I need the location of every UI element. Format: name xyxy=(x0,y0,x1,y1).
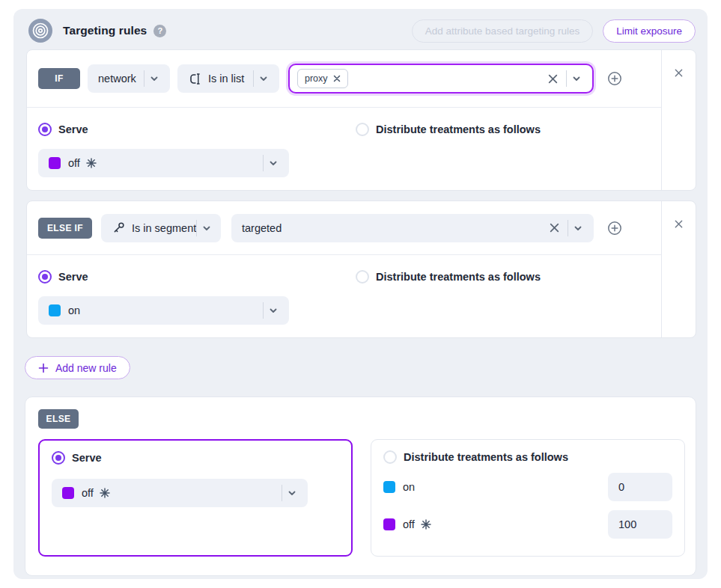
treatment-swatch xyxy=(383,518,395,530)
treatment-select[interactable]: off xyxy=(38,149,289,177)
page-title: Targeting rules xyxy=(63,24,147,37)
default-treatment-icon xyxy=(100,488,110,498)
string-matcher-icon xyxy=(188,72,202,86)
percentage-input[interactable]: 100 xyxy=(608,510,672,539)
serve-section: Serve Distribute treatments as follows o… xyxy=(27,255,661,337)
else-distribute-card[interactable]: Distribute treatments as follows on 0 of… xyxy=(371,439,685,557)
distribute-option[interactable]: Distribute treatments as follows xyxy=(356,123,541,136)
distribute-option[interactable]: Distribute treatments as follows xyxy=(356,270,541,284)
targeting-rules-panel: Targeting rules ? Add attribute based ta… xyxy=(13,9,708,579)
serve-option[interactable]: Serve xyxy=(52,451,339,465)
default-treatment-icon xyxy=(421,519,431,530)
remove-chip-icon[interactable] xyxy=(333,75,341,82)
rule-card-if: IF network Is in list proxy xyxy=(26,49,696,191)
condition-row: IF network Is in list proxy xyxy=(27,50,661,108)
if-badge: IF xyxy=(38,68,80,89)
distribute-row: off 100 xyxy=(383,510,672,539)
add-condition-icon[interactable] xyxy=(606,70,623,87)
attribute-select[interactable]: network xyxy=(88,64,170,93)
add-condition-icon[interactable] xyxy=(606,220,623,236)
rule-card-else-if: ELSE IF Is in segment targeted xyxy=(26,200,696,338)
default-treatment-icon xyxy=(86,158,97,168)
chevron-down-icon xyxy=(264,157,283,169)
matcher-select[interactable]: Is in list xyxy=(177,64,279,93)
chevron-down-icon xyxy=(197,222,216,234)
chevron-down-icon xyxy=(264,304,283,316)
treatment-swatch xyxy=(49,304,61,316)
distribute-option[interactable]: Distribute treatments as follows xyxy=(383,450,672,464)
plus-icon xyxy=(38,363,49,373)
chevron-down-icon xyxy=(282,487,302,499)
header: Targeting rules ? Add attribute based ta… xyxy=(28,19,696,43)
chevron-down-icon[interactable] xyxy=(568,222,588,234)
add-attribute-rules-button: Add attribute based targeting rules xyxy=(412,19,593,43)
condition-row: ELSE IF Is in segment targeted xyxy=(27,201,661,255)
serve-option[interactable]: Serve xyxy=(38,270,88,284)
else-serve-card[interactable]: Serve off xyxy=(38,439,353,557)
serve-radio[interactable] xyxy=(38,270,52,284)
delete-rule-icon[interactable] xyxy=(674,219,684,229)
treatment-select[interactable]: on xyxy=(38,296,289,325)
targeting-rules-icon xyxy=(28,19,52,43)
chevron-down-icon xyxy=(254,73,273,85)
distribute-radio[interactable] xyxy=(356,123,369,136)
chevron-down-icon xyxy=(144,73,164,85)
serve-radio[interactable] xyxy=(52,451,65,465)
else-if-badge: ELSE IF xyxy=(38,218,92,239)
distribute-radio[interactable] xyxy=(383,450,397,464)
limit-exposure-button[interactable]: Limit exposure xyxy=(603,19,696,43)
serve-option[interactable]: Serve xyxy=(38,123,88,136)
distribute-row: on 0 xyxy=(383,473,672,501)
treatment-swatch xyxy=(383,481,395,493)
default-rule-card: ELSE Serve off Distribute treatme xyxy=(25,396,696,576)
treatment-select[interactable]: off xyxy=(52,479,308,507)
else-badge: ELSE xyxy=(38,409,79,429)
matcher-select[interactable]: Is in segment xyxy=(101,214,221,242)
serve-section: Serve Distribute treatments as follows o… xyxy=(27,108,661,190)
treatment-swatch xyxy=(49,157,61,169)
delete-rule-icon[interactable] xyxy=(674,68,684,78)
add-new-rule-button[interactable]: Add new rule xyxy=(25,356,130,379)
segment-select[interactable]: targeted xyxy=(231,214,594,242)
value-chip: proxy xyxy=(297,69,348,88)
list-values-input[interactable]: proxy xyxy=(288,64,594,94)
serve-radio[interactable] xyxy=(38,123,52,136)
distribute-radio[interactable] xyxy=(356,270,369,284)
treatment-swatch xyxy=(62,487,74,499)
segment-key-icon xyxy=(112,221,126,235)
clear-input-icon[interactable] xyxy=(543,73,563,85)
help-icon[interactable]: ? xyxy=(153,25,166,37)
percentage-input[interactable]: 0 xyxy=(608,473,672,501)
clear-input-icon[interactable] xyxy=(544,222,565,233)
chevron-down-icon[interactable] xyxy=(567,73,586,85)
